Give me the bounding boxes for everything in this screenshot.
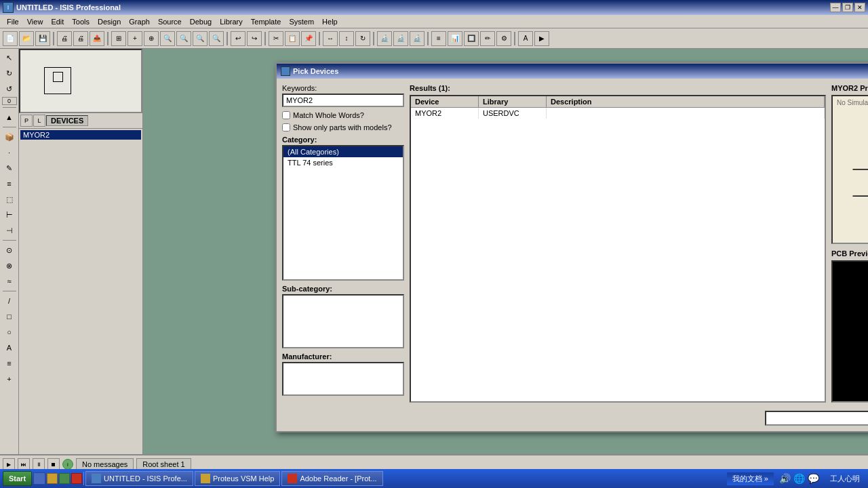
zoom-fit-button[interactable]: 🔍 [193,31,208,46]
zoom-out-button[interactable]: 🔍 [176,31,191,46]
rot-cw-button[interactable]: ↻ [355,31,370,46]
print2-button[interactable]: 🖨 [73,31,88,46]
category-list[interactable]: (All Categories) TTL 74 series [282,145,404,281]
port-tool[interactable]: ⊣ [2,223,17,238]
text-tool[interactable]: A [2,340,17,355]
probe2-button[interactable]: 🔬 [393,31,408,46]
minimize-button[interactable]: — [830,3,841,12]
restore-button[interactable]: ❐ [842,3,853,12]
cut-button[interactable]: ✂ [269,31,283,46]
print-button[interactable]: 🖨 [57,31,72,46]
device-item-myor2[interactable]: MYOR2 [20,130,141,140]
col-device[interactable]: Device [411,96,479,107]
menu-file[interactable]: File [3,16,23,27]
devices-button[interactable]: DEVICES [46,115,88,126]
copy-button[interactable]: 📋 [285,31,300,46]
menu-system[interactable]: System [285,16,318,27]
left-tools: ↖ ↻ ↺ 0 ▲ 📦 · ✎ ≡ ⬚ ⊢ ⊣ ⊙ ⊗ ≈ / □ ○ A ≡ … [0,49,19,454]
circle-tool[interactable]: ○ [2,325,17,340]
undo-button[interactable]: ↩ [231,31,245,46]
manufacturer-list[interactable] [282,362,404,396]
subcategory-section: Sub-category: [282,285,404,348]
gen-tool[interactable]: ≈ [2,274,17,289]
taskbar-item-adobe[interactable]: Adobe Reader - [Prot... [281,471,382,486]
probe-tool[interactable]: ⊙ [2,243,17,258]
preview-inner-rect [53,72,63,82]
category-ttl74[interactable]: TTL 74 series [283,157,403,168]
show-only-parts-checkbox[interactable] [282,123,290,131]
edit-button[interactable]: ✏ [480,31,495,46]
snap2-button[interactable]: ⊕ [144,31,159,46]
menu-help[interactable]: Help [318,16,342,27]
content-area[interactable]: Pick Devices ? ✕ Keywords: Match Whol [143,49,868,454]
wire-tool[interactable]: ✎ [2,161,17,176]
start-button[interactable]: Start [3,471,32,486]
more-tool[interactable]: + [2,371,17,386]
taskbar-sep-1 [83,472,84,485]
menu-debug[interactable]: Debug [186,16,216,27]
select-tool[interactable]: ↖ [2,50,17,65]
bus-tool[interactable]: ≡ [2,176,17,191]
sim-button[interactable]: ▶ [534,31,549,46]
terminal-tool[interactable]: ⊢ [2,207,17,222]
flip-v-button[interactable]: ↕ [339,31,354,46]
paste-button[interactable]: 📌 [301,31,316,46]
open-button[interactable]: 📂 [19,31,34,46]
sidebar-l-btn[interactable]: L [33,115,45,127]
dialog-left-panel: Keywords: Match Whole Words? Show only p… [282,84,404,403]
pcb-button[interactable]: 🔲 [464,31,479,46]
annotate-button[interactable]: A [518,31,533,46]
prop-button[interactable]: ⚙ [496,31,511,46]
new-button[interactable]: 📄 [3,31,18,46]
col-description[interactable]: Description [547,96,825,107]
sidebar-p-btn[interactable]: P [20,115,33,127]
result-row-0[interactable]: MYOR2 USERDVC [411,108,825,119]
menu-design[interactable]: Design [94,16,125,27]
category-all[interactable]: (All Categories) [283,146,403,157]
refresh-tool[interactable]: ↻ [2,66,17,81]
junction-tool[interactable]: · [2,145,17,160]
results-label: Results (1): [410,84,826,92]
menu-view[interactable]: View [23,16,47,27]
menu-edit[interactable]: Edit [47,16,68,27]
menu-graph[interactable]: Graph [125,16,154,27]
menu-tools[interactable]: Tools [68,16,94,27]
bom-button[interactable]: 📊 [448,31,462,46]
save-button[interactable]: 💾 [35,31,50,46]
tape-tool[interactable]: ⊗ [2,258,17,273]
line-tool[interactable]: / [2,293,17,308]
category-label: Category: [282,136,404,144]
redo-button[interactable]: ↪ [247,31,262,46]
taskbar-item-proteus[interactable]: Proteus VSM Help [195,471,280,486]
col-library[interactable]: Library [479,96,547,107]
close-button[interactable]: ✕ [854,3,865,12]
grid-button[interactable]: ⊞ [111,31,126,46]
back-tool[interactable]: ↺ [2,81,17,96]
taskbar-isis-icon [92,474,101,483]
results-table[interactable]: Device Library Description MYOR2 USERDVC [410,95,826,403]
component-dropdown[interactable] [765,411,868,426]
sys-tray-docs[interactable]: 我的文档 » [727,472,774,485]
schematic-preview-box: No SimulatorModel 1 2 [831,95,868,244]
net-button[interactable]: ≡ [431,31,446,46]
zoom-sel-button[interactable]: 🔍 [209,31,224,46]
keywords-input[interactable] [282,94,404,107]
sub-category-list[interactable] [282,294,404,348]
rect-tool[interactable]: □ [2,309,17,324]
results-header: Device Library Description [411,96,825,108]
sub-tool[interactable]: ⬚ [2,192,17,207]
up-tool[interactable]: ▲ [2,110,17,125]
snap-button[interactable]: + [127,31,142,46]
match-whole-words-checkbox[interactable] [282,111,290,119]
sym-tool[interactable]: ≡ [2,356,17,371]
probe3-button[interactable]: 🔬 [410,31,425,46]
menu-source[interactable]: Source [154,16,186,27]
probe-button[interactable]: 🔬 [377,31,392,46]
taskbar-item-isis[interactable]: UNTITLED - ISIS Profe... [85,471,193,486]
zoom-in-button[interactable]: 🔍 [160,31,175,46]
export-button[interactable]: 📤 [90,31,104,46]
component-tool[interactable]: 📦 [2,129,17,144]
flip-h-button[interactable]: ↔ [323,31,338,46]
menu-template[interactable]: Template [247,16,285,27]
menu-library[interactable]: Library [216,16,247,27]
